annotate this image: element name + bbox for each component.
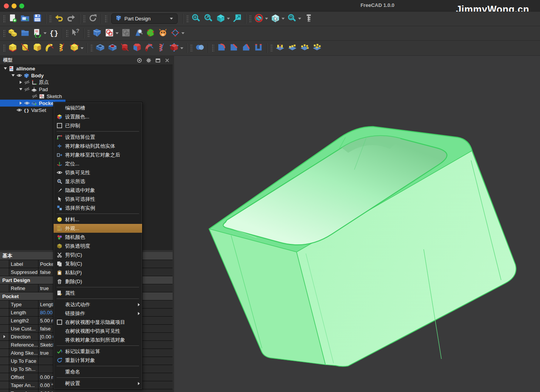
zoom-to-selection-button[interactable] <box>203 13 214 24</box>
undo-button[interactable] <box>54 13 64 24</box>
thickness-button[interactable] <box>253 43 264 53</box>
std-group-button[interactable] <box>20 28 30 39</box>
tree-expander[interactable] <box>18 101 23 105</box>
dropdown-arrow[interactable] <box>298 18 301 20</box>
boolean-button[interactable] <box>195 43 205 53</box>
dropdown-arrow[interactable] <box>180 47 183 49</box>
settings-icon[interactable] <box>145 57 153 64</box>
toolbar-drag-handle[interactable] <box>249 15 252 23</box>
menu-item-2[interactable]: 已抑制 <box>54 121 142 130</box>
workbench-selector[interactable]: Part Design <box>111 13 178 24</box>
overlay-icon[interactable] <box>136 57 143 64</box>
tree-item-body[interactable]: Body <box>0 72 174 79</box>
dropdown-arrow[interactable] <box>80 47 84 49</box>
menu-item-26[interactable]: 链接操作 <box>54 309 142 318</box>
groove-button[interactable] <box>119 43 130 53</box>
tree-expander[interactable] <box>18 87 23 92</box>
save-file-button[interactable] <box>32 13 43 24</box>
dropdown-arrow[interactable] <box>265 18 268 20</box>
std-part-button[interactable] <box>7 28 18 39</box>
isometric-view-button[interactable] <box>215 13 226 24</box>
toolbar-drag-handle[interactable] <box>186 15 189 23</box>
menu-item-23[interactable]: 属性 <box>54 289 142 297</box>
additive-helix-button[interactable] <box>57 43 67 53</box>
menu-item-15[interactable]: 外观... <box>54 224 142 233</box>
toolbar-drag-handle[interactable] <box>270 44 273 52</box>
subtractive-pipe-button[interactable] <box>144 43 155 53</box>
menu-item-21[interactable]: 删除(D) <box>54 277 142 286</box>
minimize-window-button[interactable] <box>12 3 17 8</box>
llama-button[interactable] <box>158 28 168 39</box>
make-link-button[interactable] <box>32 28 43 39</box>
hole-button[interactable] <box>107 43 118 53</box>
menu-item-29[interactable]: 将依赖对象添加到所选对象 <box>54 335 142 344</box>
eye-icon[interactable] <box>16 73 22 78</box>
menu-item-25[interactable]: 表达式动作 <box>54 300 142 309</box>
new-file-button[interactable] <box>7 13 18 24</box>
create-datum-button[interactable] <box>170 28 181 39</box>
toolbar-drag-handle[interactable] <box>83 15 86 23</box>
property-expander[interactable] <box>0 333 9 340</box>
menu-item-6[interactable]: 将对象移至其它对象之后 <box>54 150 142 159</box>
menu-item-14[interactable]: 材料... <box>54 215 142 224</box>
menu-item-4[interactable]: 设置结算位置 <box>54 133 142 142</box>
toolbar-drag-handle[interactable] <box>211 44 214 52</box>
validate-sketch-button[interactable] <box>133 28 144 39</box>
subtractive-loft-button[interactable] <box>132 43 143 53</box>
menu-item-31[interactable]: 标记以重新运算 <box>54 347 142 356</box>
subtractive-primitive-button[interactable] <box>169 43 179 53</box>
menu-item-11[interactable]: 切换可选择性 <box>54 195 142 204</box>
menu-item-7[interactable]: 定位... <box>54 159 142 168</box>
dropdown-arrow[interactable] <box>44 32 47 34</box>
clip-plane-button[interactable] <box>253 13 264 24</box>
3d-viewport[interactable] <box>174 56 540 392</box>
eye-slash-icon[interactable] <box>31 93 38 99</box>
menu-item-36[interactable]: 树设置 <box>54 379 142 388</box>
open-file-button[interactable] <box>20 13 30 24</box>
box-selection-button[interactable] <box>270 13 281 24</box>
toolbar-drag-handle[interactable] <box>104 15 107 23</box>
additive-primitive-button[interactable] <box>69 43 80 53</box>
menu-item-34[interactable]: 重命名 <box>54 367 142 376</box>
tree-expander[interactable] <box>18 80 23 85</box>
tree-item-sketch[interactable]: Sketch <box>0 93 174 100</box>
menu-item-17[interactable]: 切换透明度 <box>54 242 142 250</box>
create-body-button[interactable] <box>92 28 102 39</box>
chamfer-button[interactable] <box>228 43 239 53</box>
measure-button[interactable] <box>303 13 314 24</box>
toolbar-drag-handle[interactable] <box>190 44 193 52</box>
redo-button[interactable] <box>66 13 77 24</box>
edit-sketch-button[interactable] <box>121 28 131 39</box>
tree-expander[interactable] <box>11 73 15 78</box>
pocket-button[interactable] <box>95 43 106 53</box>
toolbar-drag-handle[interactable] <box>65 29 68 38</box>
toolbar-drag-handle[interactable] <box>3 15 5 23</box>
toolbar-drag-handle[interactable] <box>90 44 93 52</box>
toolbar-drag-handle[interactable] <box>49 15 52 23</box>
whats-this-button[interactable]: ? <box>70 28 81 39</box>
multitransform-button[interactable] <box>312 43 322 53</box>
menu-item-9[interactable]: 显示所选 <box>54 177 142 186</box>
additive-loft-button[interactable] <box>32 43 43 53</box>
additive-pipe-button[interactable] <box>44 43 55 53</box>
close-icon[interactable] <box>163 57 171 64</box>
create-sketch-button[interactable] <box>104 28 115 39</box>
dropdown-arrow[interactable] <box>181 32 184 34</box>
menu-item-19[interactable]: 复制(C) <box>54 259 142 268</box>
eye-slash-icon[interactable] <box>23 80 30 85</box>
tree-item-原点[interactable]: 原点 <box>0 79 174 86</box>
menu-item-5[interactable]: 将对象移动到其他实体 <box>54 142 142 150</box>
zoom-window-button[interactable] <box>19 3 24 8</box>
tree-item-pad[interactable]: Pad <box>0 86 174 93</box>
menu-item-10[interactable]: 隐藏选中对象 <box>54 186 142 195</box>
view-sync-button[interactable] <box>287 13 297 24</box>
refresh-button[interactable] <box>87 13 98 24</box>
menu-item-28[interactable]: 在树状视图中切换可见性 <box>54 327 142 335</box>
eye-slash-icon[interactable] <box>23 87 30 92</box>
subtractive-helix-button[interactable] <box>156 43 167 53</box>
menu-item-32[interactable]: 重新计算对象 <box>54 356 142 365</box>
dropdown-arrow[interactable] <box>282 18 285 20</box>
polar-pattern-button[interactable] <box>299 43 310 53</box>
menu-item-12[interactable]: 选择所有实例 <box>54 204 142 212</box>
tree-item-allinone[interactable]: allinone <box>0 65 174 72</box>
